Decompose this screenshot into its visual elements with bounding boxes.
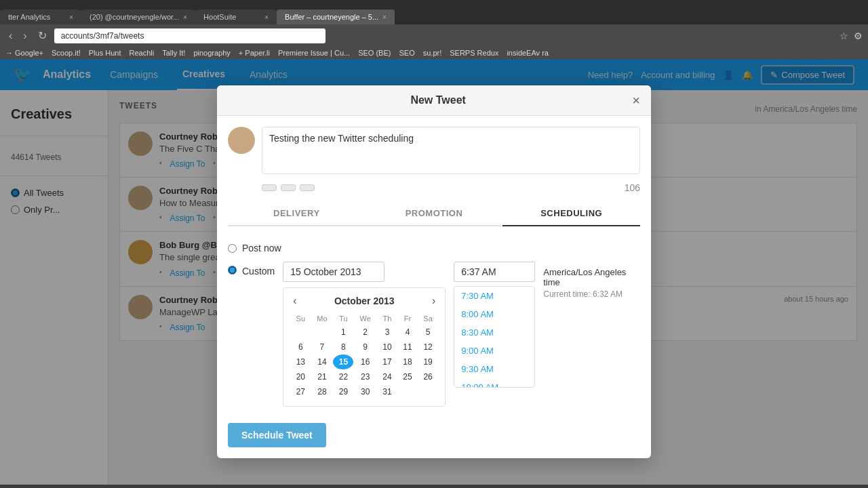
cal-day-6[interactable]: 6 [290,340,311,354]
bookmark-tallyit[interactable]: Tally It! [162,49,185,57]
cal-day-13[interactable]: 13 [290,354,311,369]
bookmark-insideea[interactable]: insideEAv ra [507,49,549,57]
modal-overlay: New Tweet × Testing the new Twitter sche… [0,59,868,485]
bookmark-icon[interactable]: ☆ [840,30,848,41]
cal-day-11[interactable]: 11 [397,340,418,354]
tab-close-1[interactable]: × [69,14,73,21]
extensions-icon[interactable]: ⚙ [854,30,863,41]
browser-tab-2[interactable]: (20) @courtneyengle/wor... × [81,9,195,24]
tool-button-2[interactable] [281,184,296,191]
bookmark-premiere[interactable]: Premiere Issue | Cu... [278,49,350,57]
back-button[interactable]: ‹ [5,28,16,43]
tool-button-1[interactable] [262,184,277,191]
cal-day-12[interactable]: 12 [418,340,438,354]
calendar-grid: Su Mo Tu We Th Fr Sa [290,312,438,399]
char-count: 106 [625,182,640,193]
bookmark-plushunt[interactable]: Plus Hunt [89,49,121,57]
cal-day-1[interactable]: 1 [333,325,353,340]
tab-label-3: HootSuite [203,13,236,21]
cal-day-17[interactable]: 17 [377,354,397,369]
cal-day-14[interactable]: 14 [311,354,333,369]
cal-day-31[interactable]: 31 [377,384,397,399]
cal-day-23[interactable]: 23 [353,369,377,384]
scheduling-section: Post now Custom 15 October 2013 [228,237,640,412]
browser-tab-3[interactable]: HootSuite × [195,9,277,24]
tab-close-4[interactable]: × [382,14,387,21]
tab-promotion[interactable]: PROMOTION [366,201,503,226]
bookmark-pinography[interactable]: pinography [193,49,230,57]
url-bar[interactable]: accounts/3mf7a/tweets [54,28,326,43]
modal-body: Testing the new Twitter scheduling 106 D… [217,116,651,458]
date-input[interactable]: 15 October 2013 [283,262,384,282]
time-dropdown: 7:30 AM 8:00 AM 8:30 AM 9:00 AM 9:30 AM … [454,286,535,388]
cal-day-7[interactable]: 7 [311,340,333,354]
post-now-radio[interactable] [228,244,237,253]
time-option-800[interactable]: 8:00 AM [454,305,534,323]
schedule-tweet-button[interactable]: Schedule Tweet [228,423,326,447]
cal-day-2[interactable]: 2 [353,325,377,340]
bookmark-seo[interactable]: SEO [399,49,414,57]
tweet-text-input[interactable]: Testing the new Twitter scheduling [262,127,640,174]
cal-day-28[interactable]: 28 [311,384,333,399]
cal-day-27[interactable]: 27 [290,384,311,399]
cal-day-4[interactable]: 4 [397,325,418,340]
bookmark-seobe[interactable]: SEO (BE) [358,49,391,57]
cal-day-30[interactable]: 30 [353,384,377,399]
cal-day-25[interactable]: 25 [397,369,418,384]
modal-close-button[interactable]: × [632,94,640,107]
time-option-900[interactable]: 9:00 AM [454,342,534,360]
browser-action-icons: ☆ ⚙ [840,30,863,41]
tab-scheduling[interactable]: SCHEDULING [502,201,640,226]
cal-day-15[interactable]: 15 [333,354,353,369]
cal-day-9[interactable]: 9 [353,340,377,354]
cal-day-21[interactable]: 21 [311,369,333,384]
tool-button-3[interactable] [300,184,315,191]
tab-delivery[interactable]: DELIVERY [228,201,366,226]
modal-tabs: DELIVERY PROMOTION SCHEDULING [228,201,640,226]
time-input[interactable]: 6:37 AM [454,262,535,282]
tab-close-3[interactable]: × [264,14,269,21]
custom-label[interactable]: Custom [242,266,275,277]
time-option-730[interactable]: 7:30 AM [454,287,534,305]
tab-close-2[interactable]: × [183,14,187,21]
new-tweet-modal: New Tweet × Testing the new Twitter sche… [217,85,651,458]
time-option-1000[interactable]: 10:00 AM [454,378,534,388]
browser-tab-4[interactable]: Buffer – courtneyengle – 5... × [277,9,395,24]
cal-day-24[interactable]: 24 [377,369,397,384]
bookmark-scoopit[interactable]: Scoop.it! [52,49,81,57]
cal-week-4: 20 21 22 23 24 25 26 [290,369,438,384]
cal-day-3[interactable]: 3 [377,325,397,340]
cal-day-22[interactable]: 22 [333,369,353,384]
custom-radio[interactable] [228,266,237,274]
cal-day-19[interactable]: 19 [418,354,438,369]
refresh-button[interactable]: ↻ [35,28,50,43]
cal-day-10[interactable]: 10 [377,340,397,354]
compose-toolbar: 106 [228,182,640,193]
browser-tab-1[interactable]: tter Analytics × [0,9,81,24]
cal-prev-button[interactable]: ‹ [290,295,299,307]
bookmark-paperli[interactable]: + Paper.li [239,49,270,57]
cal-day-16[interactable]: 16 [353,354,377,369]
browser-window: tter Analytics × (20) @courtneyengle/wor… [0,0,868,488]
time-option-930[interactable]: 9:30 AM [454,360,534,378]
cal-day-8[interactable]: 8 [333,340,353,354]
bookmark-supr[interactable]: su.pr! [423,49,442,57]
custom-radio-row: Custom [228,262,275,277]
cal-day-18[interactable]: 18 [397,354,418,369]
time-option-830[interactable]: 8:30 AM [454,323,534,342]
current-time-label: Current time: 6:32 AM [543,289,640,299]
bookmark-google-plus[interactable]: → Google+ [5,49,43,57]
day-header-we: We [353,312,377,325]
cal-day-5[interactable]: 5 [418,325,438,340]
browser-address-bar: ‹ › ↻ accounts/3mf7a/tweets ☆ ⚙ [0,24,868,47]
cal-next-button[interactable]: › [429,295,438,307]
forward-button[interactable]: › [20,28,30,43]
cal-day-20[interactable]: 20 [290,369,311,384]
post-now-label[interactable]: Post now [242,243,281,253]
bookmark-reachli[interactable]: Reachli [129,49,154,57]
cal-day-29[interactable]: 29 [333,384,353,399]
bookmark-serps[interactable]: SERPS Redux [450,49,498,57]
cal-day-26[interactable]: 26 [418,369,438,384]
tab-label-2: (20) @courtneyengle/wor... [90,13,179,21]
modal-header: New Tweet × [217,85,651,116]
